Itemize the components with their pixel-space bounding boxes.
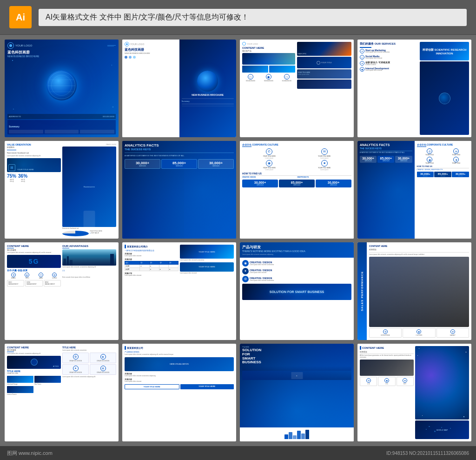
services-count-1: 30,000+ [126,161,159,165]
bottom-services-count: 30,000+ [244,181,277,184]
content-here-16: CONTENT HERE [362,347,384,349]
bottom-services-label: SERVICES [244,184,277,186]
our-advantages-label: OUR ADVANTAGES [62,245,116,247]
top-bar: Ai AI矢量格式文件 文件中 图片/文字/颜色/尺寸等信息均可修改！ [0,0,476,35]
ai-logo-icon: Ai [9,6,32,28]
address-label: ADDRESS TO [9,115,21,118]
bottom-services-label-2: SERVICES [317,184,350,186]
bottom-services-count-2: 30,000+ [317,181,350,184]
logo-3: YOUR LOGO [247,43,258,45]
content-service-page[interactable]: CONTENT HERE 我们的服务 Lorem ipsum dolor sit… [5,344,119,441]
brochure-grid: YOUR LOGO 蓝色科技画册 NEW BUSINESS BROCHURE [0,35,476,446]
data-table-page[interactable]: 某某某科技公司 产品数据分析报告 Lorem ipsum dolor sit a… [122,344,236,441]
content-here-12: CONTENT HERE [369,245,469,247]
our-services-label: 我们的服务 OUR SERVICES [360,42,418,46]
services-label-1: SERVICES [126,165,159,167]
innovation-label: 创新 驱动力 可持续发展 [365,61,390,64]
subtitle-coop: 合作·共赢·创益·发展 [7,269,61,272]
bottom-investment-label: SERVICES [280,184,313,186]
management-page[interactable]: CONTENT HERE 经营理念 All the Lorem Ipsum ge… [357,344,471,441]
stat-percent2: 36% [18,173,27,179]
watermark-left-text: 图网 www.nipic.com [7,450,53,457]
services-label-2: SERVICES [200,165,232,167]
spread-title-en: NEW BUSINESS BROCHURE [125,52,177,54]
analytics-corporate-page[interactable]: ANALYTICS FACTS THE SUCESS KEYS A SATISF… [357,141,471,239]
spread-page-1[interactable]: YOUR LOGO 蓝色科技画册 NEW BUSINESS BROCHURE N… [122,40,236,137]
page-num-label: PAGE 01/02 [62,143,116,146]
services-count-2: 30,000+ [200,161,232,165]
value-orientation-page[interactable]: VALUE ORIENTATION 价值取向 Nummincier facula… [5,141,119,239]
ai-label: Ai [16,12,25,23]
new-products-label: NEW PRODUCTS [298,176,352,178]
corporate-culture-label: 企业文化 CORPORATE CULTURE [242,143,351,146]
spread-logo: YOUR LOGO [130,43,144,46]
satisfied-customer-label: A SATISFIED CUSTOMER IS THE BEST BUSINES… [125,154,234,157]
new-business: NEW BUSINESS BROCHURE [192,93,224,96]
services-page[interactable]: 我们的服务 OUR SERVICES ✈ Start up Marketing … [357,40,471,137]
product-rd-page[interactable]: 产品与研发 THERE'S NOTHING MORE EXCITING THAN… [240,242,354,340]
creative-design-label: CREATIVE / DESIGN [242,176,297,178]
spread-title-cn: 蓝色科技画册 [125,47,177,52]
sales-performance-page[interactable]: SALES PERFORMANCE CONTENT HERE 经营理念 Lore… [357,242,471,340]
logo-text: YOUR LOGO [15,44,32,47]
investment-count-1: 85,000+ [163,161,195,165]
advantages-data-page[interactable]: 某某某科技公司简介 一家专注于科技创新内容的智慧企业 开展目标 Lorem ip… [122,242,236,340]
scientific-research-label: 科研创新 SCIENTIFIC RESEARCH INNOVATION [420,47,469,56]
cover-page[interactable]: YOUR LOGO 蓝色科技画册 NEW BUSINESS BROCHURE [5,40,119,137]
product-subtitle-label: THERE'S NOTHING MORE EXCITING THAN A GOO… [242,250,351,253]
content-advantages-page[interactable]: CONTENT HERE 我们的服务 Lorem ipsum dolor sit… [5,242,119,340]
stat-percent1: 75% [7,173,16,179]
bottom-investment-count: 85,000+ [280,181,313,184]
content-here-9: CONTENT HERE [7,245,61,247]
corporate-analytics-page[interactable]: 企业文化 CORPORATE CULTURE ✆ YOUR TITLE HERE… [240,141,354,239]
sucess-keys-label: THE SUCESS KEYS [125,148,234,151]
sales-performance-label: SALES PERFORMANCE [361,271,364,311]
summary-label: Summary [9,125,20,128]
analytics-title: ANALYTICS FACTS [125,143,234,148]
content-page-1[interactable]: YOUR LOGO CONTENT HERE 我们的产品 ⬡ SOUNDINGS… [240,40,354,137]
bottom-watermark-bar: 图网 www.nipic.com ID:948153 NO:2021011511… [0,446,476,460]
investment-label-1: SERVICES [163,165,195,167]
content-label-3: CONTENT HERE [242,47,295,49]
analytics-page[interactable]: ANALYTICS FACTS THE SUCESS KEYS A SATISF… [122,141,236,239]
product-rd-label: 产品与研发 [242,245,351,250]
how-to-find-label: HOW TO FIND US [242,172,351,175]
cover-title-cn: 蓝色科技画册 [7,50,116,55]
smart-page[interactable]: 产品与研发 SOLUTIONFORSMARTBUSINESS ⊕ [240,344,354,441]
header-title: AI矢量格式文件 文件中 图片/文字/颜色/尺寸等信息均可修改！ [39,9,467,26]
watermark-right-text: ID:948153 NO:20210115111326065086 [386,451,469,456]
